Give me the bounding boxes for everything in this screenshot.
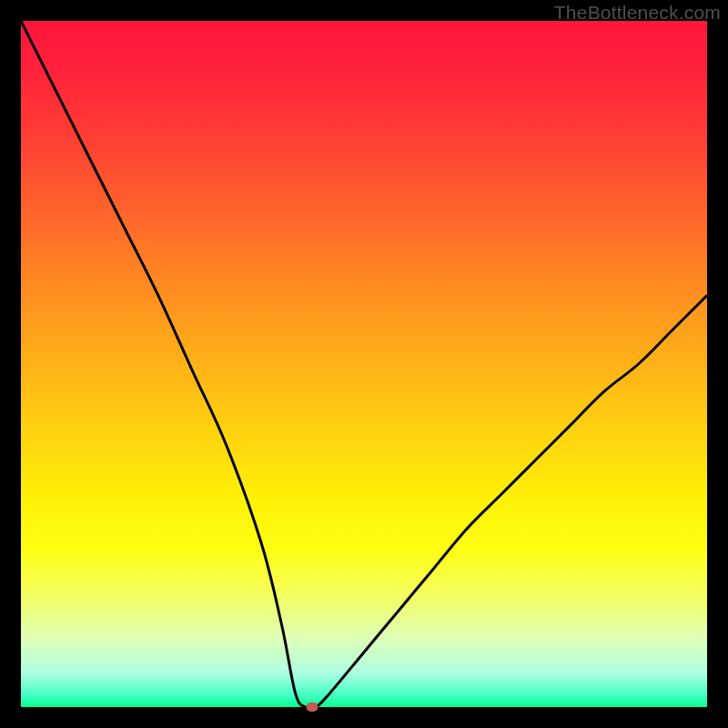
plot-area	[21, 21, 707, 707]
chart-frame: TheBottleneck.com	[0, 0, 728, 728]
bottleneck-curve-path	[21, 21, 707, 707]
curve-minimum-marker	[307, 703, 318, 712]
curve-svg	[21, 21, 707, 707]
